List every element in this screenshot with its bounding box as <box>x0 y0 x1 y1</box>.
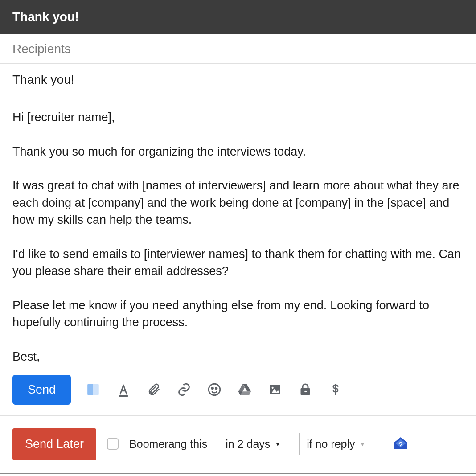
emoji-icon[interactable] <box>206 382 222 398</box>
svg-text:?: ? <box>398 441 403 449</box>
boomerang-condition-value: if no reply <box>307 438 355 451</box>
format-icon[interactable] <box>115 382 131 398</box>
compose-title: Thank you! <box>12 10 79 24</box>
recipients-field[interactable]: Recipients <box>0 34 476 64</box>
send-later-button[interactable]: Send Later <box>12 428 96 460</box>
boomerang-help-icon[interactable]: ? <box>393 436 409 452</box>
footer-divider <box>0 473 476 474</box>
confidential-icon[interactable] <box>297 382 313 398</box>
money-icon[interactable] <box>328 382 344 398</box>
boomerang-checkbox[interactable] <box>107 438 119 450</box>
send-button[interactable]: Send <box>12 375 71 405</box>
chevron-down-icon: ▼ <box>360 440 366 447</box>
image-icon[interactable] <box>267 382 283 398</box>
boomerang-label: Boomerang this <box>129 438 207 451</box>
svg-point-4 <box>209 384 220 396</box>
boomerang-delay-value: in 2 days <box>226 438 270 451</box>
boomerang-condition-select[interactable]: if no reply ▼ <box>299 433 373 455</box>
svg-point-6 <box>216 388 217 389</box>
body-editor[interactable]: Hi [recruiter name], Thank you so much f… <box>0 96 476 369</box>
boomerang-delay-select[interactable]: in 2 days ▼ <box>218 433 288 455</box>
compose-toolbar: Send <box>0 369 476 416</box>
drive-icon[interactable] <box>237 382 253 398</box>
boomerang-app-icon[interactable] <box>85 382 101 398</box>
subject-text: Thank you! <box>12 73 74 86</box>
svg-rect-1 <box>87 384 93 396</box>
compose-header: Thank you! <box>0 0 476 34</box>
svg-point-9 <box>272 387 274 389</box>
chevron-down-icon: ▼ <box>275 440 281 447</box>
subject-field[interactable]: Thank you! <box>0 64 476 96</box>
attach-icon[interactable] <box>146 382 162 398</box>
recipients-placeholder: Recipients <box>12 42 71 56</box>
link-icon[interactable] <box>176 382 192 398</box>
svg-point-5 <box>212 388 213 389</box>
boomerang-toolbar: Send Later Boomerang this in 2 days ▼ if… <box>0 416 476 472</box>
